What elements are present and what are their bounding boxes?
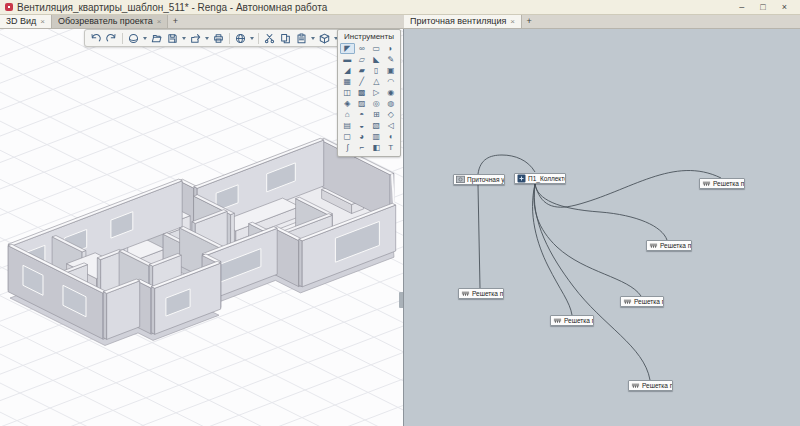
measure-tool-button[interactable]: ∞ — [355, 43, 370, 54]
table-tool-button[interactable]: ▦ — [340, 76, 355, 87]
undo-button[interactable] — [88, 32, 103, 45]
pie-tool-button[interactable]: ◕ — [355, 131, 370, 142]
dimension-tool-button[interactable]: ◠ — [384, 76, 399, 87]
grille-icon — [553, 317, 562, 325]
roof-tool-button[interactable]: ◣ — [369, 54, 384, 65]
tab-3d-view-close-icon[interactable]: × — [40, 15, 45, 28]
scene-line — [0, 29, 230, 193]
edge-collector-to-grille-2[interactable] — [535, 184, 667, 240]
redo-icon — [106, 33, 117, 44]
grille-icon — [461, 290, 470, 298]
arc-tool-button[interactable]: ◗ — [384, 43, 399, 54]
diagram-node-collector[interactable]: П1_Коллектор — [514, 173, 566, 184]
play-tool-button[interactable]: ◁ — [384, 120, 399, 131]
tab-project-explorer-close-icon[interactable]: × — [157, 15, 162, 28]
detail-tool-button[interactable]: ◍ — [384, 98, 399, 109]
floor-tool-button[interactable]: ▤ — [340, 120, 355, 131]
window-tool-button[interactable]: ▣ — [384, 65, 399, 76]
save-dropdown-caret-icon[interactable] — [182, 37, 186, 40]
spline-tool-button[interactable]: ∫ — [340, 142, 355, 153]
copy-button[interactable] — [278, 32, 293, 45]
select-tool-button[interactable]: ◤ — [340, 43, 355, 54]
tab-supply-ventilation-close-icon[interactable]: × — [510, 15, 515, 28]
opening-tool-button[interactable]: ▨ — [355, 98, 370, 109]
diagram-node-grille-4[interactable]: Решетка пр... — [620, 296, 664, 307]
tab-3d-view-label: 3D Вид — [6, 15, 36, 28]
scene-shape — [151, 287, 154, 335]
paste-icon — [296, 33, 307, 44]
marker-tool-button[interactable]: ▷ — [369, 87, 384, 98]
splitter-handle[interactable] — [399, 292, 403, 308]
room-tool-button[interactable]: ⌂ — [340, 109, 355, 120]
door-tool-button[interactable]: ▯ — [369, 65, 384, 76]
diagram-node-grille-5[interactable]: Решетка пр... — [550, 315, 594, 326]
edge-supply-to-grille-3[interactable] — [478, 185, 480, 288]
circle-tool-button[interactable]: ◎ — [369, 98, 384, 109]
shape-tool-button[interactable]: ◇ — [384, 109, 399, 120]
hatch-tool-button[interactable]: △ — [369, 76, 384, 87]
collector-icon — [517, 174, 526, 183]
tab-supply-ventilation[interactable]: Приточная вентиляция × — [404, 15, 522, 28]
paste-button[interactable] — [294, 32, 309, 45]
point-tool-button[interactable]: ◉ — [384, 87, 399, 98]
view-style-dropdown-caret-icon[interactable] — [143, 37, 147, 40]
image-tool-button[interactable]: ▩ — [355, 87, 370, 98]
maximize-button[interactable]: □ — [760, 1, 765, 14]
print-button[interactable] — [211, 32, 226, 45]
region-tool-button[interactable]: ▧ — [369, 120, 384, 131]
minimize-button[interactable]: – — [739, 1, 744, 14]
ventilation-diagram-panel[interactable]: Приточная у...П1_КоллекторРешетка пр...Р… — [404, 29, 800, 426]
toolbar-separator — [122, 33, 123, 44]
plate-tool-button[interactable]: ▢ — [340, 131, 355, 142]
ramp-tool-button[interactable]: ◢ — [340, 65, 355, 76]
edge-supply-to-collector[interactable] — [478, 155, 535, 174]
diagram-node-grille-6[interactable]: Решетка пр... — [628, 380, 673, 391]
edge-collector-to-grille-5[interactable] — [533, 184, 572, 315]
rectangle-tool-button[interactable]: ▭ — [369, 43, 384, 54]
paste-dropdown-caret-icon[interactable] — [311, 37, 315, 40]
close-button[interactable]: × — [782, 1, 787, 14]
corner-tool-button[interactable]: ⌐ — [355, 142, 370, 153]
edge-collector-to-grille-4[interactable] — [534, 184, 641, 296]
beam-tool-button[interactable]: ▱ — [355, 54, 370, 65]
rows-tool-button[interactable]: ▥ — [369, 131, 384, 142]
rotation-tool-button[interactable]: ◒ — [355, 120, 370, 131]
text-tool-button[interactable]: T — [384, 142, 399, 153]
3d-viewport[interactable]: ? Инструменты ◤∞▭◗▬▱◣✎◢▰▯▣▦╱△◠◫▩▷◉◈▨◎◍⌂◓… — [0, 29, 404, 426]
panel-tool-button[interactable]: ◧ — [369, 142, 384, 153]
diagram-node-grille-1[interactable]: Решетка пр... — [699, 178, 745, 189]
contour-tool-button[interactable]: ◖ — [384, 131, 399, 142]
open-button[interactable] — [149, 32, 164, 45]
visualization-button[interactable] — [233, 32, 248, 45]
floor-tool-icon: ▤ — [343, 121, 351, 130]
edge-collector-to-grille-6[interactable] — [534, 184, 650, 380]
left-add-tab-button[interactable]: + — [168, 15, 182, 28]
assembly-tool-button[interactable]: ◫ — [340, 87, 355, 98]
draw-tool-button[interactable]: ✎ — [384, 54, 399, 65]
import-button[interactable] — [188, 32, 203, 45]
column-tool-button[interactable]: ▰ — [355, 65, 370, 76]
diagram-node-supply[interactable]: Приточная у... — [453, 174, 505, 185]
visualization-dropdown-caret-icon[interactable] — [250, 37, 254, 40]
text-tool-icon: T — [388, 143, 393, 152]
cut-button[interactable] — [262, 32, 277, 45]
diagram-node-grille-3[interactable]: Решетка пр... — [458, 288, 504, 299]
equipment-tool-button[interactable]: ◈ — [340, 98, 355, 109]
line-tool-button[interactable]: ╱ — [355, 76, 370, 87]
grid-axes-tool-icon: ⊞ — [373, 110, 380, 119]
right-add-tab-button[interactable]: + — [522, 15, 536, 28]
save-button[interactable] — [165, 32, 180, 45]
grid-axes-tool-button[interactable]: ⊞ — [369, 109, 384, 120]
export-3d-button[interactable] — [317, 32, 332, 45]
tab-3d-view[interactable]: 3D Вид × — [0, 15, 52, 28]
diagram-node-grille-2[interactable]: Решетка пр... — [646, 240, 692, 251]
wall-tool-button[interactable]: ▬ — [340, 54, 355, 65]
tab-project-explorer[interactable]: Обозреватель проекта × — [52, 15, 168, 28]
arc-tool-icon: ◗ — [388, 44, 393, 53]
redo-button[interactable] — [104, 32, 119, 45]
section-tool-button[interactable]: ◓ — [355, 109, 370, 120]
import-dropdown-caret-icon[interactable] — [205, 37, 209, 40]
view-style-button[interactable] — [126, 32, 141, 45]
cut-icon — [264, 33, 275, 44]
select-tool-icon: ◤ — [344, 44, 350, 53]
